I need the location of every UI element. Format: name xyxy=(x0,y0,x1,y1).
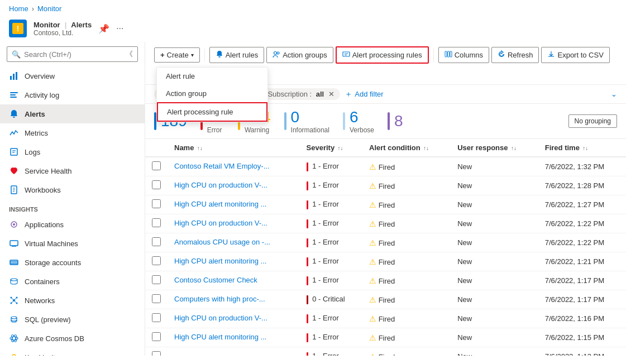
row-checkbox[interactable] xyxy=(152,351,161,356)
row-checkbox-cell[interactable] xyxy=(145,214,168,233)
search-input[interactable] xyxy=(24,50,120,59)
row-checkbox[interactable] xyxy=(152,180,161,189)
remove-subscription-filter-icon[interactable]: ✕ xyxy=(328,90,334,98)
alert-name-link[interactable]: High CPU on production V-... xyxy=(174,181,267,189)
toolbar-separator-2 xyxy=(433,49,434,62)
refresh-button[interactable]: Refresh xyxy=(491,47,539,63)
breadcrumb-home[interactable]: Home xyxy=(9,4,28,13)
row-checkbox[interactable] xyxy=(152,332,161,341)
search-box[interactable]: 🔍 《 xyxy=(7,46,138,62)
severity-unknown[interactable]: 8 xyxy=(388,112,403,130)
sidebar-item-overview[interactable]: Overview xyxy=(0,66,145,85)
pin-icon[interactable]: 📌 xyxy=(98,23,109,34)
export-csv-button[interactable]: Export to CSV xyxy=(541,47,609,63)
row-user-response-cell: New xyxy=(451,157,538,176)
sidebar-item-networks[interactable]: Networks xyxy=(0,291,145,310)
add-filter-button[interactable]: ＋ Add filter xyxy=(345,89,383,99)
sidebar-item-activity-log[interactable]: Activity log xyxy=(0,85,145,104)
row-checkbox-cell[interactable] xyxy=(145,309,168,328)
row-checkbox[interactable] xyxy=(152,313,161,322)
breadcrumb-monitor[interactable]: Monitor xyxy=(37,4,61,13)
row-checkbox-cell[interactable] xyxy=(145,290,168,309)
row-checkbox[interactable] xyxy=(152,218,161,227)
row-checkbox-cell[interactable] xyxy=(145,176,168,195)
row-checkbox[interactable] xyxy=(152,161,161,170)
alert-name-link[interactable]: High CPU alert monitoring ... xyxy=(174,200,266,208)
alert-name-link[interactable]: Contoso Customer Check xyxy=(174,276,257,284)
alert-name-link[interactable]: Contoso Retail VM Employ-... xyxy=(174,162,270,170)
sort-condition-icon[interactable]: ↑↓ xyxy=(423,145,429,151)
row-checkbox[interactable] xyxy=(152,256,161,265)
row-checkbox[interactable] xyxy=(152,275,161,284)
collapse-filter-button[interactable]: ⌄ xyxy=(611,90,617,98)
col-user-response[interactable]: User response ↑↓ xyxy=(451,139,538,157)
sort-severity-icon[interactable]: ↑↓ xyxy=(338,145,343,151)
alert-rules-button[interactable]: Alert rules xyxy=(209,47,265,63)
sort-fired-time-icon[interactable]: ↑↓ xyxy=(582,145,588,151)
sidebar-item-workbooks[interactable]: Workbooks xyxy=(0,180,145,199)
alert-processing-rules-button[interactable]: Alert processing rules xyxy=(336,46,429,64)
sidebar-item-metrics[interactable]: Metrics xyxy=(0,123,145,142)
sidebar-item-service-health[interactable]: Service Health xyxy=(0,161,145,180)
columns-button[interactable]: Columns xyxy=(438,47,489,63)
severity-bar-informational xyxy=(284,112,286,130)
more-options-icon[interactable]: ··· xyxy=(116,23,123,33)
condition-icon: ⚠ xyxy=(369,295,376,304)
row-condition-cell: ⚠ Fired xyxy=(362,195,451,214)
col-fired-time[interactable]: Fired time ↑↓ xyxy=(538,139,626,157)
sidebar-item-containers[interactable]: Containers xyxy=(0,272,145,291)
row-checkbox-cell[interactable] xyxy=(145,328,168,347)
subscription-label: Subscription : xyxy=(267,90,312,98)
sidebar-item-virtual-machines[interactable]: Virtual Machines xyxy=(0,234,145,253)
chevron-down-icon: ⌄ xyxy=(611,90,617,98)
row-checkbox[interactable] xyxy=(152,294,161,303)
sidebar-item-sql[interactable]: SQL (preview) xyxy=(0,310,145,329)
alert-name-link[interactable]: High CPU alert monitoring ... xyxy=(174,333,266,341)
sidebar-item-alerts[interactable]: Alerts xyxy=(0,104,145,123)
row-checkbox[interactable] xyxy=(152,237,161,246)
row-checkbox-cell[interactable] xyxy=(145,195,168,214)
alert-name-link[interactable]: ... xyxy=(174,352,180,356)
severity-text: 1 - Error xyxy=(312,314,339,322)
alert-name-link[interactable]: High CPU on production V-... xyxy=(174,314,267,322)
col-alert-condition[interactable]: Alert condition ↑↓ xyxy=(362,139,451,157)
dropdown-item-action-group[interactable]: Action group xyxy=(157,85,267,102)
subscription-filter[interactable]: Subscription : all ✕ xyxy=(262,88,340,100)
health-icon xyxy=(9,166,19,176)
col-name[interactable]: Name ↑↓ xyxy=(168,139,300,157)
sidebar-item-key-vaults[interactable]: Key Vaults xyxy=(0,348,145,356)
row-checkbox-cell[interactable] xyxy=(145,252,168,271)
dropdown-item-alert-processing-rule[interactable]: Alert processing rule xyxy=(157,102,267,122)
main-layout: 🔍 《 Overview Activity log xyxy=(0,42,626,356)
collapse-sidebar-icon[interactable]: 《 xyxy=(126,49,133,59)
row-checkbox-cell[interactable] xyxy=(145,271,168,290)
row-checkbox-cell[interactable] xyxy=(145,233,168,252)
action-groups-button[interactable]: Action groups xyxy=(266,47,333,63)
user-response-text: New xyxy=(457,181,472,190)
sidebar-item-storage-accounts[interactable]: Storage accounts xyxy=(0,253,145,272)
row-checkbox-cell[interactable] xyxy=(145,157,168,176)
severity-verbose[interactable]: 6 Verbose xyxy=(343,108,374,134)
alert-name-link[interactable]: Computers with high proc-... xyxy=(174,295,265,303)
alert-name-link[interactable]: High CPU alert monitoring ... xyxy=(174,257,266,265)
row-condition-cell: ⚠ Fired xyxy=(362,328,451,347)
row-checkbox-cell[interactable] xyxy=(145,347,168,356)
sort-user-response-icon[interactable]: ↑↓ xyxy=(511,145,517,151)
sidebar-item-applications[interactable]: Applications xyxy=(0,215,145,234)
col-severity[interactable]: Severity ↑↓ xyxy=(300,139,362,157)
networks-icon xyxy=(9,295,19,305)
svg-point-39 xyxy=(274,52,277,55)
sidebar-item-cosmos-db[interactable]: Azure Cosmos DB xyxy=(0,329,145,348)
row-checkbox[interactable] xyxy=(152,199,161,208)
header-title: Monitor | Alerts Contoso, Ltd. xyxy=(34,21,92,37)
severity-informational[interactable]: 0 Informational xyxy=(284,108,329,134)
dropdown-item-alert-rule[interactable]: Alert rule xyxy=(157,68,267,85)
alert-name-link[interactable]: Anomalous CPU usage on -... xyxy=(174,238,270,246)
severity-indicator xyxy=(307,314,308,323)
no-grouping-button[interactable]: No grouping xyxy=(568,114,617,128)
create-button[interactable]: + Create ▾ xyxy=(154,47,200,63)
alert-name-link[interactable]: High CPU on production V-... xyxy=(174,219,267,227)
sort-name-icon[interactable]: ↑↓ xyxy=(197,145,203,151)
severity-indicator xyxy=(307,352,308,356)
sidebar-item-logs[interactable]: Logs xyxy=(0,142,145,161)
